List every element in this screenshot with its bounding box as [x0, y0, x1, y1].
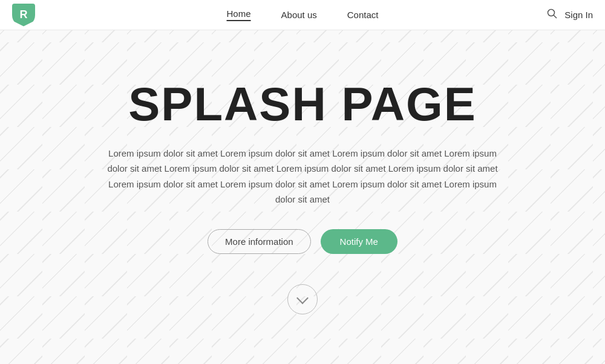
svg-line-1: [554, 15, 557, 18]
nav-right: Sign In: [547, 8, 593, 22]
svg-point-0: [548, 9, 555, 16]
more-information-button[interactable]: More information: [208, 229, 311, 254]
sign-in-link[interactable]: Sign In: [564, 10, 593, 20]
navbar: R Home About us Contact Sign In: [0, 0, 605, 30]
nav-about[interactable]: About us: [281, 10, 317, 20]
hero-title: SPLASH PAGE: [128, 80, 476, 128]
hero-buttons: More information Notify Me: [208, 229, 397, 254]
nav-links: Home About us Contact: [227, 8, 379, 21]
hero-section: SPLASH PAGE Lorem ipsum dolor sit amet L…: [0, 30, 605, 364]
chevron-down-icon: [296, 292, 309, 304]
logo[interactable]: R: [12, 4, 35, 27]
search-icon[interactable]: [547, 8, 557, 22]
notify-me-button[interactable]: Notify Me: [321, 229, 397, 254]
hero-description: Lorem ipsum dolor sit amet Lorem ipsum d…: [106, 146, 499, 207]
nav-contact[interactable]: Contact: [347, 10, 379, 20]
nav-home[interactable]: Home: [227, 8, 251, 21]
scroll-down-button[interactable]: [287, 284, 318, 314]
